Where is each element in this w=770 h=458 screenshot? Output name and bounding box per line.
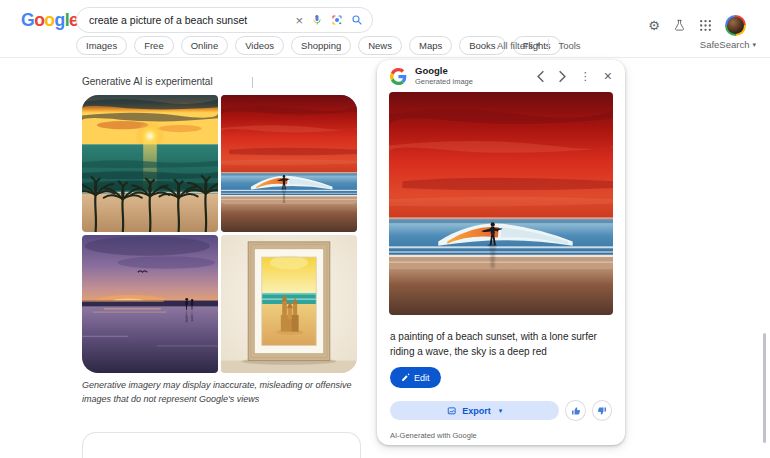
labs-flask-icon[interactable]: [673, 19, 686, 32]
generated-image-thumbnail-sunset-palms[interactable]: [82, 95, 218, 232]
red-surfer-large-art: [389, 92, 613, 315]
top-right-icons: ⚙: [648, 15, 746, 36]
thumbs-down-icon: [597, 406, 607, 416]
clear-search-icon[interactable]: ×: [295, 14, 303, 27]
export-button[interactable]: Export ▾: [390, 401, 559, 420]
apps-grid-icon[interactable]: [699, 19, 712, 32]
filter-chip-shopping[interactable]: Shopping: [291, 36, 351, 55]
search-icon[interactable]: [351, 14, 363, 26]
filter-chip-images[interactable]: Images: [76, 36, 127, 55]
followup-prompt-card[interactable]: [82, 432, 361, 458]
tools-button[interactable]: Tools: [558, 40, 580, 51]
framed-sandcastle-art: [221, 235, 357, 373]
scrollbar[interactable]: [763, 333, 766, 443]
previous-image-chevron-icon[interactable]: [536, 70, 545, 83]
google-logo[interactable]: G o o g l e: [21, 10, 78, 31]
pencil-icon: [401, 373, 410, 382]
chevron-down-icon: ▾: [499, 407, 503, 415]
export-image-icon: [447, 406, 457, 416]
logo-letter: o: [44, 10, 54, 31]
chevron-down-icon: ▾: [752, 41, 756, 49]
safesearch-label: SafeSearch: [700, 39, 750, 50]
logo-letter: o: [34, 10, 44, 31]
search-bar[interactable]: ×: [76, 7, 373, 33]
generated-image-thumbnail-framed-sandcastle[interactable]: [221, 235, 357, 373]
google-g-logo-icon: [390, 68, 407, 85]
google-lens-icon[interactable]: [331, 14, 343, 26]
edit-button[interactable]: Edit: [390, 367, 441, 388]
microphone-icon[interactable]: [311, 14, 323, 26]
filter-chip-news[interactable]: News: [358, 36, 402, 55]
ai-generated-label: AI-Generated with Google: [390, 431, 612, 440]
chevron-down-icon: ▾: [536, 41, 540, 49]
generated-image-panel: Google Generated image ⋮ × a painting of…: [377, 60, 625, 445]
filter-tabs: Images Free Online Videos Shopping News …: [76, 36, 561, 55]
divider: [252, 77, 253, 88]
header-divider: [0, 57, 770, 58]
settings-gear-icon[interactable]: ⚙: [648, 19, 660, 32]
logo-letter: G: [21, 10, 34, 31]
filter-chip-online[interactable]: Online: [181, 36, 228, 55]
export-row: Export ▾: [390, 400, 612, 421]
profile-avatar[interactable]: [725, 15, 746, 36]
panel-header: Google Generated image ⋮ ×: [377, 60, 625, 90]
thumbs-up-button[interactable]: [565, 400, 585, 421]
search-input[interactable]: [89, 14, 287, 26]
thumbs-up-icon: [571, 406, 581, 416]
panel-title: Google: [415, 66, 473, 76]
export-label: Export: [462, 406, 491, 416]
filter-chip-free[interactable]: Free: [134, 36, 174, 55]
close-panel-icon[interactable]: ×: [604, 69, 612, 83]
filter-chip-maps[interactable]: Maps: [409, 36, 452, 55]
purple-dusk-art: [82, 235, 218, 373]
safesearch-menu[interactable]: SafeSearch ▾: [700, 39, 756, 50]
image-prompt-caption: a painting of a beach sunset, with a lon…: [390, 329, 612, 359]
filter-chip-videos[interactable]: Videos: [235, 36, 284, 55]
all-filters-button[interactable]: All filters ▾: [497, 40, 539, 51]
generated-image-thumbnail-purple-dusk[interactable]: [82, 235, 218, 373]
next-image-chevron-icon[interactable]: [558, 70, 567, 83]
panel-subtitle: Generated image: [415, 77, 473, 86]
generative-ai-experimental-label: Generative AI is experimental: [82, 76, 213, 87]
all-filters-label: All filters: [497, 40, 533, 51]
generated-image-preview[interactable]: [389, 92, 613, 315]
generative-imagery-disclaimer: Generative imagery may display inaccurat…: [82, 379, 382, 406]
panel-disclaimer: Generative imagery may display inaccurat…: [390, 444, 612, 445]
generated-image-grid: [82, 95, 357, 373]
more-options-icon[interactable]: ⋮: [580, 71, 591, 82]
edit-label: Edit: [414, 373, 430, 383]
red-surfer-art: [221, 95, 357, 232]
logo-letter: g: [55, 10, 65, 31]
divider: [548, 39, 549, 51]
sunset-palms-art: [82, 95, 218, 232]
thumbs-down-button[interactable]: [592, 400, 612, 421]
generated-image-thumbnail-red-surfer-selected[interactable]: [221, 95, 357, 232]
